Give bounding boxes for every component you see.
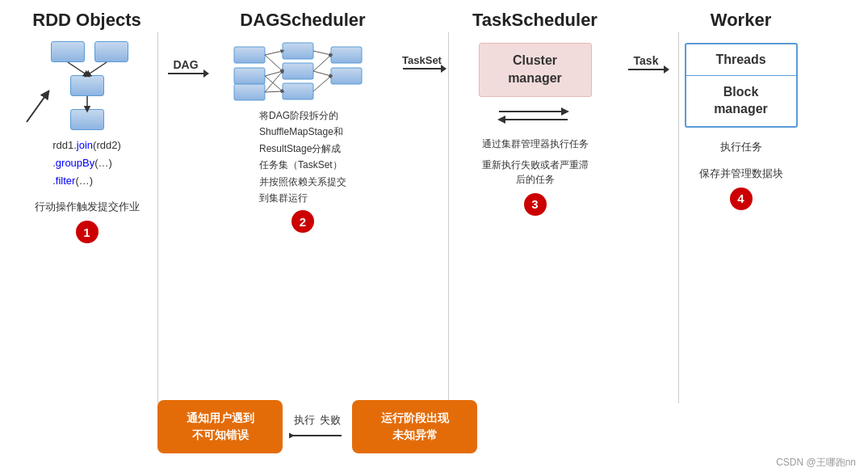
dag-arrow-label: DAG xyxy=(173,58,198,71)
svg-rect-11 xyxy=(331,68,362,84)
cluster-manager-box: Cluster manager xyxy=(479,43,592,97)
dag-desc-line1: 将DAG阶段拆分的 xyxy=(259,107,346,124)
task-section: TaskScheduler Cluster manager xyxy=(448,10,622,216)
taskset-connector: TaskSet xyxy=(396,10,448,70)
left-box-line2: 不可知错误 xyxy=(170,427,270,444)
dag-desc-line3: ResultStage分解成 xyxy=(259,141,346,157)
dag-arrow-line xyxy=(168,73,204,74)
worker-desc1: 执行任务 xyxy=(720,140,762,154)
watermark: CSDN @王哪跑nn xyxy=(776,456,856,470)
dag-network-svg xyxy=(230,39,375,103)
exec-fail-area: 执行 失败 xyxy=(289,413,346,441)
rdd-code-block: rdd1.join(rdd2) .groupBy(…) .filter(…) xyxy=(52,137,121,190)
svg-line-12 xyxy=(265,51,283,55)
task-desc2: 重新执行失败或者严重滞 后的任务 xyxy=(482,158,589,187)
rdd-badge: 1 xyxy=(76,221,99,243)
svg-line-1 xyxy=(87,62,107,75)
task-title: TaskScheduler xyxy=(472,10,598,31)
worker-title: Worker xyxy=(711,10,771,31)
sep-line-3 xyxy=(678,32,679,403)
worker-desc2: 保存并管理数据块 xyxy=(699,166,783,181)
rdd-filter-keyword: filter xyxy=(56,175,76,187)
dag-description: 将DAG阶段拆分的 ShuffleMapStage和 ResultStage分解… xyxy=(251,107,354,206)
taskset-arrow-line xyxy=(403,68,442,70)
worker-inner-box: Threads Block manager xyxy=(685,43,798,128)
threads-label: Threads xyxy=(686,44,796,75)
right-box-line2: 未知异常 xyxy=(364,427,465,444)
rdd-diag-arrow-svg xyxy=(23,86,55,126)
svg-line-17 xyxy=(265,91,283,92)
task-arrow-label: Task xyxy=(634,54,659,67)
block-manager-label: Block manager xyxy=(686,76,796,126)
svg-line-19 xyxy=(313,55,331,71)
cluster-manager-line2: manager xyxy=(496,70,575,87)
dag-desc-line2: ShuffleMapStage和 xyxy=(259,124,346,140)
rdd-description: 行动操作触发提交作业 xyxy=(35,200,140,214)
rdd-title: RDD Objects xyxy=(32,10,140,31)
dag-section: DAGScheduler xyxy=(210,10,396,233)
task-arrow-line xyxy=(628,69,665,70)
svg-rect-7 xyxy=(283,43,313,59)
rdd-code-line3: .filter(…) xyxy=(52,175,93,187)
left-orange-box: 通知用户遇到 不可知错误 xyxy=(157,400,283,453)
task-desc2-line2: 后的任务 xyxy=(482,172,589,187)
svg-line-20 xyxy=(313,71,331,76)
bi-arrow-svg xyxy=(495,103,576,128)
block-manager-line1: Block xyxy=(698,84,784,101)
rdd-code-line2: .groupBy(…) xyxy=(52,157,112,169)
task-badge: 3 xyxy=(524,193,547,216)
taskset-arrow-label: TaskSet xyxy=(402,54,442,66)
svg-rect-6 xyxy=(234,84,265,100)
dag-title: DAGScheduler xyxy=(240,10,365,31)
fail-label: 失败 xyxy=(320,413,341,428)
svg-rect-9 xyxy=(283,83,313,99)
dag-desc-line6: 到集群运行 xyxy=(259,190,346,206)
rdd-code-line1: rdd1.join(rdd2) xyxy=(52,139,121,151)
rdd-join-keyword: join xyxy=(77,139,93,151)
cluster-manager-line1: Cluster xyxy=(496,52,575,70)
svg-line-0 xyxy=(68,62,87,75)
dag-desc-line4: 任务集（TaskSet） xyxy=(259,157,346,173)
svg-line-3 xyxy=(27,94,47,122)
sep-line-2 xyxy=(448,32,449,403)
rdd-groupby-keyword: groupBy xyxy=(56,157,94,169)
right-orange-box: 运行阶段出现 未知异常 xyxy=(352,400,477,453)
diagram-container: RDD Objects xyxy=(0,0,868,476)
svg-line-18 xyxy=(313,51,331,55)
exec-label: 执行 xyxy=(294,413,315,428)
svg-line-14 xyxy=(265,71,283,76)
worker-section: Worker Threads Block manager 执行任务 保存并管理数… xyxy=(670,10,811,210)
sep-line-1 xyxy=(157,32,158,403)
dag-desc-line5: 并按照依赖关系提交 xyxy=(259,174,346,190)
bottom-area: 通知用户遇到 不可知错误 执行 失败 运行阶段出现 未知异常 xyxy=(157,400,852,453)
task-bi-arrows xyxy=(495,103,576,131)
left-box-line1: 通知用户遇到 xyxy=(170,410,270,427)
svg-line-21 xyxy=(313,76,331,91)
task-desc1: 通过集群管理器执行任务 xyxy=(482,137,589,151)
svg-rect-4 xyxy=(234,47,265,63)
svg-rect-5 xyxy=(234,68,265,84)
left-arrow-svg xyxy=(289,430,346,441)
rdd-section: RDD Objects xyxy=(12,10,161,243)
worker-badge: 4 xyxy=(730,187,753,210)
block-manager-line2: manager xyxy=(698,101,784,118)
svg-rect-10 xyxy=(331,47,362,63)
dag-badge: 2 xyxy=(291,210,314,233)
svg-line-13 xyxy=(265,55,283,71)
task-desc2-line1: 重新执行失败或者严重滞 xyxy=(482,158,589,172)
dag-connector: DAG xyxy=(161,10,210,74)
task-connector: Task xyxy=(622,10,670,70)
right-box-line1: 运行阶段出现 xyxy=(364,410,465,427)
svg-rect-8 xyxy=(283,63,313,79)
